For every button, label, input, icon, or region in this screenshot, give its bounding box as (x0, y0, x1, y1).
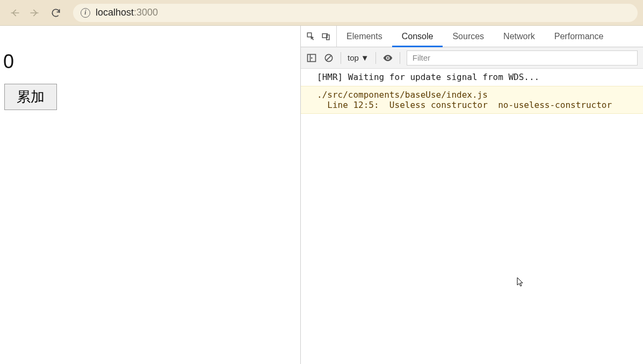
separator (341, 52, 341, 64)
page-content: 0 累加 (0, 26, 301, 364)
tab-performance[interactable]: Performance (545, 26, 613, 47)
url-host: localhost (96, 7, 134, 18)
tab-console[interactable]: Console (392, 26, 443, 47)
tab-network[interactable]: Network (494, 26, 545, 47)
separator (400, 52, 400, 64)
devtools-panel: Elements Console Sources Network Perform… (301, 26, 643, 364)
context-label: top (348, 53, 359, 62)
accumulate-button[interactable]: 累加 (4, 84, 57, 110)
counter-display: 0 (3, 50, 298, 73)
console-output[interactable]: [HMR] Waiting for update signal from WDS… (301, 69, 643, 364)
arrow-left-icon (10, 8, 20, 18)
main-split: 0 累加 Elements Console Sources Network Pe… (0, 26, 643, 364)
tab-elements[interactable]: Elements (337, 26, 392, 47)
log-warning-detail: Line 12:5: Useless constructor no-useles… (317, 100, 612, 110)
devtools-tabbar: Elements Console Sources Network Perform… (301, 26, 643, 47)
url-port: :3000 (134, 7, 158, 18)
address-bar[interactable]: i localhost:3000 (73, 4, 638, 22)
browser-toolbar: i localhost:3000 (0, 0, 643, 26)
back-button[interactable] (5, 3, 25, 23)
log-info: [HMR] Waiting for update signal from WDS… (301, 69, 643, 86)
mouse-cursor-icon (517, 277, 524, 288)
context-selector[interactable]: top ▼ (348, 53, 369, 62)
filter-input[interactable] (407, 50, 638, 65)
console-sidebar-toggle-icon[interactable] (306, 53, 317, 63)
tab-sources[interactable]: Sources (443, 26, 494, 47)
log-warning-path: ./src/components/baseUse/index.js (317, 90, 488, 100)
clear-console-icon[interactable] (323, 53, 334, 63)
separator (375, 52, 376, 64)
inspect-element-icon[interactable] (306, 32, 316, 41)
forward-button[interactable] (25, 3, 44, 23)
log-warning: ./src/components/baseUse/index.js Line 1… (301, 86, 643, 114)
site-info-icon[interactable]: i (81, 8, 90, 18)
reload-icon (50, 8, 61, 18)
arrow-right-icon (29, 8, 40, 18)
reload-button[interactable] (46, 3, 66, 23)
console-toolbar: top ▼ (301, 47, 643, 69)
toggle-device-icon[interactable] (321, 32, 331, 41)
svg-point-4 (387, 57, 388, 59)
chevron-down-icon: ▼ (361, 53, 369, 62)
live-expression-icon[interactable] (382, 53, 393, 63)
